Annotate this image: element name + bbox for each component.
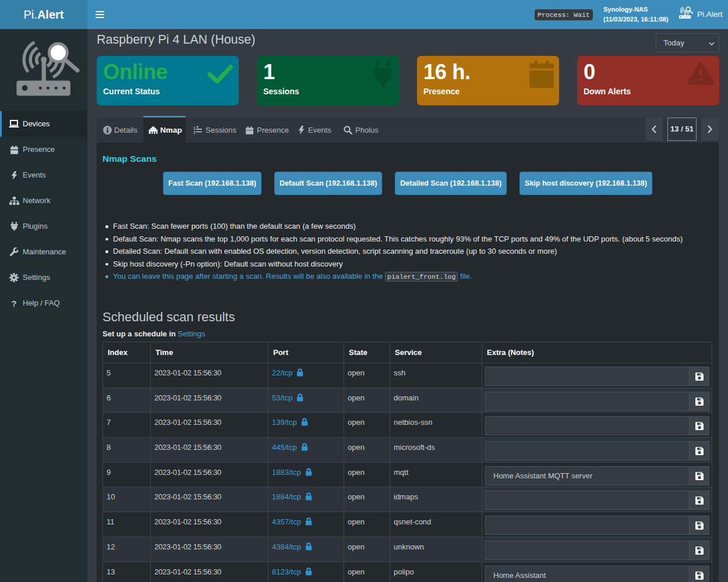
svg-text:2: 2 (193, 130, 196, 134)
